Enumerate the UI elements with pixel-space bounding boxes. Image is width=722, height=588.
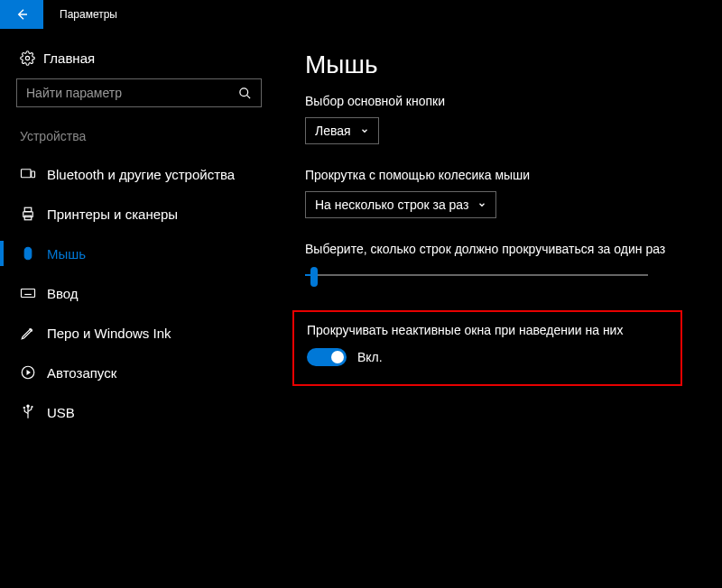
svg-line-2 [246,95,250,98]
inactive-scroll-label: Прокручивать неактивные окна при наведен… [307,323,668,337]
slider-track [305,274,648,276]
pen-icon [20,325,47,341]
toggle-state: Вкл. [357,350,383,364]
section-heading: Устройства [0,124,278,154]
mouse-icon [20,245,47,262]
svg-point-21 [31,406,32,408]
sidebar-item-label: Автозапуск [47,365,116,381]
printer-icon [20,206,47,222]
chevron-down-icon [477,200,486,209]
search-box[interactable] [16,78,262,107]
primary-button-label: Выбор основной кнопки [305,94,708,108]
window-title: Параметры [60,8,117,21]
svg-point-19 [27,405,29,407]
sidebar-item-label: Перо и Windows Ink [47,326,171,341]
sidebar-item-autoplay[interactable]: Автозапуск [0,353,278,392]
sidebar-item-label: Мышь [47,246,86,262]
search-icon [238,87,252,100]
sidebar-item-label: Принтеры и сканеры [47,207,178,222]
svg-marker-17 [27,370,32,375]
main-content: Мышь Выбор основной кнопки Левая Прокрут… [278,29,722,588]
lines-label: Выберите, сколько строк должно прокручив… [305,242,708,256]
sidebar-item-printers[interactable]: Принтеры и сканеры [0,194,278,234]
primary-button-dropdown[interactable]: Левая [305,117,379,144]
sidebar-item-label: USB [47,405,75,420]
svg-point-0 [25,56,29,60]
sidebar-item-pen[interactable]: Перо и Windows Ink [0,313,278,353]
search-input[interactable] [26,86,238,100]
sidebar-item-usb[interactable]: USB [0,392,278,432]
svg-point-1 [240,87,248,96]
svg-rect-6 [24,207,32,212]
arrow-left-icon [14,7,29,22]
sidebar-item-label: Bluetooth и другие устройства [47,167,235,182]
svg-rect-7 [24,216,32,220]
dropdown-value: Левая [315,124,351,138]
svg-rect-10 [22,289,35,298]
keyboard-icon [20,285,47,301]
home-nav[interactable]: Главная [0,41,278,78]
inactive-scroll-toggle[interactable] [307,348,347,366]
scroll-mode-dropdown[interactable]: На несколько строк за раз [305,191,496,218]
slider-thumb[interactable] [310,267,318,287]
gear-icon [20,51,43,66]
sidebar: Главная Устройства Bluetooth и другие ус… [0,29,278,588]
sidebar-item-label: Ввод [47,286,79,301]
dropdown-value: На несколько строк за раз [315,198,468,212]
devices-icon [20,166,47,182]
svg-rect-20 [23,407,25,409]
svg-rect-3 [22,170,32,178]
page-title: Мышь [305,51,708,79]
highlight-box: Прокручивать неактивные окна при наведен… [292,310,682,386]
usb-icon [20,404,47,420]
lines-slider[interactable] [305,265,648,287]
scroll-mode-label: Прокрутка с помощью колесика мыши [305,168,708,182]
sidebar-item-mouse[interactable]: Мышь [0,234,278,273]
sidebar-item-typing[interactable]: Ввод [0,273,278,313]
home-label: Главная [43,51,95,66]
svg-rect-4 [32,171,35,178]
chevron-down-icon [360,126,369,135]
sidebar-item-bluetooth[interactable]: Bluetooth и другие устройства [0,154,278,194]
autoplay-icon [20,364,47,381]
back-button[interactable] [0,0,43,29]
